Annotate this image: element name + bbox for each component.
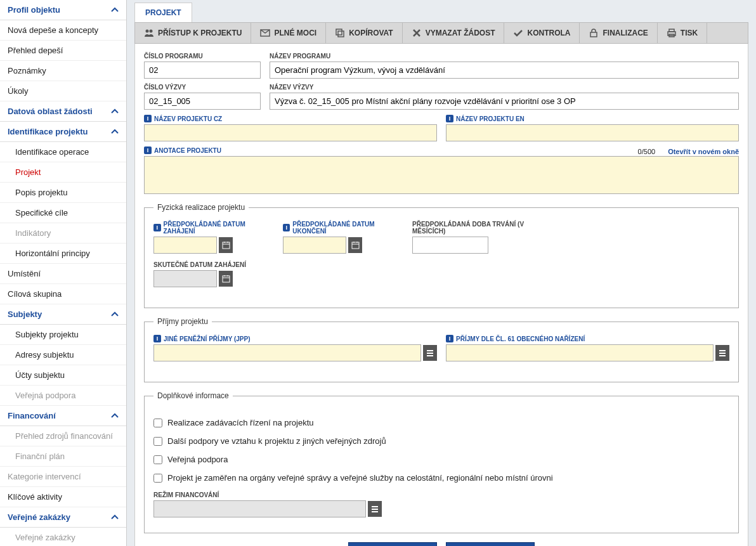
start-date-input[interactable] <box>153 237 217 254</box>
name-en-input[interactable] <box>446 124 739 141</box>
save-button[interactable]: Uložit <box>348 542 437 546</box>
physical-fieldset: Fyzická realizace projektu iPŘEDPOKLÁDAN… <box>144 203 739 308</box>
end-date-input[interactable] <box>283 237 346 254</box>
sidebar-item[interactable]: Účty subjektu <box>0 365 126 386</box>
label-cl61: iPŘÍJMY DLE ČL. 61 OBECNÉHO NAŘÍZENÍ <box>446 335 729 342</box>
program-name-input[interactable] <box>270 62 739 79</box>
info-icon: i <box>153 335 161 342</box>
mail-icon <box>260 28 270 38</box>
copy-icon <box>335 28 345 38</box>
sidebar-item[interactable]: Veřejné zakázky <box>0 528 126 546</box>
sidebar-item[interactable]: Subjekty projektu <box>0 325 126 345</box>
sidebar-item[interactable]: Přehled depeší <box>0 41 126 61</box>
checkbox-label: Další podpory ve vztahu k projektu z jin… <box>167 436 386 446</box>
sidebar-item-projekt[interactable]: Projekt <box>0 162 126 183</box>
list-button[interactable] <box>368 501 382 517</box>
calendar-icon <box>222 275 230 283</box>
sidebar-item[interactable]: Nová depeše a koncepty <box>0 20 126 41</box>
list-button[interactable] <box>715 345 729 361</box>
sidebar-item[interactable]: Horizontální principy <box>0 244 126 264</box>
sidebar-item[interactable]: Přehled zdrojů financování <box>0 426 126 446</box>
sidebar-item[interactable]: Úkoly <box>0 81 126 101</box>
toolbar-access[interactable]: PŘÍSTUP K PROJEKTU <box>135 23 251 43</box>
toolbar-delete[interactable]: VYMAZAT ŽÁDOST <box>403 23 505 43</box>
calendar-button[interactable] <box>348 237 362 253</box>
delete-icon <box>412 28 422 38</box>
sidebar-item[interactable]: Identifikace operace <box>0 142 126 162</box>
additional-fieldset: Doplňkové informace Realizace zadávacích… <box>144 391 739 533</box>
sidebar-header-identifikace[interactable]: Identifikace projektu <box>0 122 126 142</box>
annotation-textarea[interactable] <box>144 156 739 194</box>
sidebar-item[interactable]: Adresy subjektu <box>0 345 126 365</box>
checkbox-c4[interactable] <box>153 474 162 483</box>
open-new-window-link[interactable]: Otevřít v novém okně <box>668 148 739 155</box>
list-button[interactable] <box>423 345 437 361</box>
svg-point-0 <box>146 30 149 33</box>
checkbox-c2[interactable] <box>153 437 162 446</box>
checkbox-label: Projekt je zaměřen na orgány veřejné spr… <box>167 473 553 483</box>
info-icon: i <box>446 335 453 342</box>
label-start: iPŘEDPOKLÁDANÉ DATUM ZAHÁJENÍ <box>153 221 274 235</box>
call-num-input[interactable] <box>144 93 261 110</box>
calendar-button[interactable] <box>219 237 233 253</box>
regime-input[interactable] <box>153 500 366 517</box>
checkbox-label: Realizace zadávacích řízení na projektu <box>167 418 314 427</box>
label-call-name: NÁZEV VÝZVY <box>270 84 739 91</box>
program-num-input[interactable] <box>144 62 261 79</box>
cancel-button[interactable]: Storno <box>446 542 535 546</box>
call-name-input[interactable] <box>270 93 739 110</box>
toolbar-finalize[interactable]: FINALIZACE <box>580 23 657 43</box>
sidebar-item[interactable]: Finanční plán <box>0 446 126 467</box>
tab-projekt[interactable]: PROJEKT <box>134 3 192 22</box>
chevron-up-icon <box>111 128 119 136</box>
svg-rect-4 <box>590 32 597 37</box>
sidebar-item[interactable]: Veřejná podpora <box>0 386 126 406</box>
jpp-input[interactable] <box>153 344 421 361</box>
sidebar-item[interactable]: Klíčové aktivity <box>0 487 126 507</box>
info-icon: i <box>446 115 453 122</box>
calendar-button[interactable] <box>219 271 233 287</box>
sidebar-item[interactable]: Umístění <box>0 264 126 284</box>
info-icon: i <box>144 146 152 154</box>
char-counter: 0/500 <box>638 148 656 155</box>
label-actual-start: SKUTEČNÉ DATUM ZAHÁJENÍ <box>153 261 274 268</box>
chevron-up-icon <box>111 514 119 521</box>
list-icon <box>719 349 726 357</box>
label-regime: REŽIM FINANCOVÁNÍ <box>153 491 382 498</box>
info-icon: i <box>153 224 161 231</box>
name-cz-input[interactable] <box>144 124 437 141</box>
toolbar-plnemoci[interactable]: PLNÉ MOCI <box>251 23 326 43</box>
chevron-up-icon <box>111 311 119 318</box>
sidebar-item[interactable]: Specifické cíle <box>0 203 126 223</box>
svg-rect-9 <box>352 242 359 249</box>
cl61-input[interactable] <box>446 344 714 361</box>
sidebar-item[interactable]: Indikátory <box>0 223 126 244</box>
sidebar-item[interactable]: Popis projektu <box>0 183 126 203</box>
toolbar-check[interactable]: KONTROLA <box>504 23 580 43</box>
physical-legend: Fyzická realizace projektu <box>153 203 249 212</box>
label-call-num: ČÍSLO VÝZVY <box>144 84 261 91</box>
checkbox-c1[interactable] <box>153 419 162 427</box>
sidebar-item[interactable]: Poznámky <box>0 61 126 81</box>
checkbox-c3[interactable] <box>153 455 162 464</box>
actual-start-input[interactable] <box>153 270 217 287</box>
sidebar-header-zakazky[interactable]: Veřejné zakázky <box>0 507 126 528</box>
sidebar: Profil objektu Nová depeše a koncepty Př… <box>0 0 127 546</box>
income-fieldset: Příjmy projektu iJINÉ PENĚŽNÍ PŘÍJMY (JP… <box>144 317 739 382</box>
toolbar-copy[interactable]: KOPÍROVAT <box>326 23 403 43</box>
sidebar-header-financovani[interactable]: Financování <box>0 406 126 426</box>
sidebar-header-subjekty[interactable]: Subjekty <box>0 304 126 325</box>
duration-input[interactable] <box>412 237 488 254</box>
sidebar-item[interactable]: Kategorie intervencí <box>0 467 126 487</box>
sidebar-header-profil[interactable]: Profil objektu <box>0 0 126 20</box>
label-jpp: iJINÉ PENĚŽNÍ PŘÍJMY (JPP) <box>153 335 437 342</box>
svg-rect-2 <box>336 29 342 35</box>
main-content: PROJEKT PŘÍSTUP K PROJEKTU PLNÉ MOCI KOP… <box>127 0 756 546</box>
sidebar-item[interactable]: Cílová skupina <box>0 284 126 304</box>
chevron-up-icon <box>111 412 119 420</box>
svg-point-1 <box>150 30 153 33</box>
additional-legend: Doplňkové informace <box>153 391 233 400</box>
sidebar-header-datova[interactable]: Datová oblast žádosti <box>0 101 126 122</box>
svg-rect-8 <box>223 242 230 249</box>
toolbar-print[interactable]: TISK <box>658 23 707 43</box>
